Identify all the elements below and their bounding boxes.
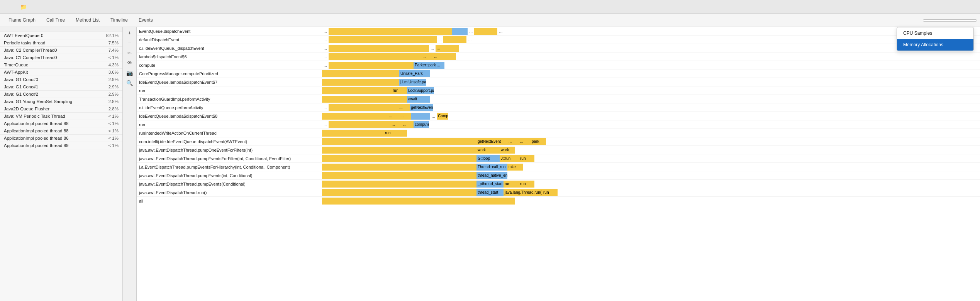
bar-segment-yellow[interactable]: getNextEvent [476,138,507,145]
bar-segment-blue[interactable] [452,28,468,35]
zoom-out-button[interactable]: − [125,39,134,47]
bar-segment-blue[interactable]: await [407,96,430,103]
bar-segment-yellow[interactable]: run [392,87,407,94]
bar-segment-yellow[interactable]: run [504,181,519,188]
bar-segment-yellow[interactable] [322,164,476,171]
bar-segment-yellow[interactable] [329,104,398,111]
flame-row[interactable]: IdeEventQueue.lambda$dispatchEvent$7j.i.… [137,78,980,86]
thread-row[interactable]: ApplicationImpl pooled thread 88< 1% [0,127,122,135]
bar-segment-yellow[interactable]: work [500,147,515,154]
bar-segment-yellow[interactable]: java.lang.Thread.run() [504,189,542,196]
flame-row[interactable]: c.i.IdeEventQueue._dispatchEvent........… [137,44,980,52]
thread-row[interactable]: Java: C1 CompilerThread0< 1% [0,54,122,61]
thread-row[interactable]: Java: VM Periodic Task Thread< 1% [0,113,122,120]
bar-segment-yellow[interactable]: ... [402,121,414,128]
bar-segment-yellow[interactable] [322,96,392,103]
thread-row[interactable]: Java: G1 Conc#02.9% [0,76,122,83]
flame-row[interactable]: CoreProgressManager.computePrioritizedUn… [137,69,980,78]
bar-segment-blue[interactable]: Parker::park ... [414,62,444,69]
bar-segment-yellow[interactable] [322,87,392,94]
thread-row[interactable]: Java: G1 Conc#22.9% [0,91,122,98]
bar-segment-yellow[interactable]: run [384,130,407,137]
bar-segment-yellow[interactable]: work [476,147,500,154]
ratio-button[interactable]: 1:1 [125,49,134,57]
bar-segment-yellow[interactable] [443,36,466,43]
tab-timeline[interactable]: Timeline [105,14,133,27]
bar-segment-blue[interactable] [411,113,430,120]
bar-segment-blue[interactable]: thread_native_entry [476,172,507,179]
bar-segment-yellow[interactable]: ... [388,113,399,120]
bar-segment-yellow[interactable] [322,113,388,120]
flame-row[interactable]: compute...Parker::park ... [137,61,980,69]
thread-row[interactable]: AWT-EventQueue-052.1% [0,32,122,39]
flame-row[interactable]: runrunLockSupport.park [137,86,980,95]
bar-segment-yellow[interactable] [322,130,384,137]
bar-segment-yellow[interactable]: ... [519,138,531,145]
bar-segment-blue[interactable]: Thread::call_run [476,164,507,171]
flame-row[interactable]: j.a.EventDispatchThread.pumpEventsForHie… [137,163,980,171]
bar-segment-yellow[interactable] [322,181,476,188]
flame-row[interactable]: c.i.IdeEventQueue.performActivity......g… [137,103,980,112]
thread-row[interactable]: Java: G1 Conc#12.9% [0,83,122,91]
thread-row[interactable]: Java: C2 CompilerThread07.4% [0,47,122,54]
bar-segment-blue[interactable]: compute [414,121,429,128]
flame-row[interactable]: runIntendedWriteActionOnCurrentThreadrun [137,129,980,137]
flame-row[interactable]: java.awt.EventDispatchThread.pumpEvents(… [137,180,980,188]
thread-row[interactable]: ApplicationImpl pooled thread 86< 1% [0,135,122,142]
bar-segment-yellow[interactable]: ... [421,53,433,60]
tab-flame-graph[interactable]: Flame Graph [3,14,41,27]
bar-segment-yellow[interactable] [329,36,437,43]
show-dropdown[interactable] [923,19,977,22]
flame-row[interactable]: all [137,197,980,205]
bar-segment-yellow[interactable]: run [519,155,534,162]
thread-row[interactable]: Java2D Queue Flusher2.8% [0,105,122,113]
bar-segment-yellow[interactable] [322,155,476,162]
flame-row[interactable]: defaultDispatchEvent......... [137,36,980,44]
bar-segment-yellow[interactable]: run [519,181,534,188]
bar-segment-blue[interactable]: getNextEvent [410,104,433,111]
thread-row[interactable]: AWT-AppKit3.6% [0,69,122,76]
bar-segment-yellow[interactable] [392,96,407,103]
zoom-in-button[interactable]: + [125,29,134,37]
bar-segment-yellow[interactable]: ... [433,53,456,60]
bar-segment-yellow[interactable] [474,28,497,35]
bar-segment-yellow[interactable] [322,79,399,86]
tab-call-tree[interactable]: Call Tree [41,14,70,27]
flame-row[interactable]: java.awt.EventDispatchThread.pumpOneEven… [137,146,980,154]
eye-button[interactable]: 👁 [125,59,134,67]
bar-segment-blue[interactable]: LockSupport.park [407,87,434,94]
bar-segment-yellow[interactable] [322,172,476,179]
camera-button[interactable]: 📷 [125,69,134,77]
bar-segment-yellow[interactable]: J::run [500,155,519,162]
file-tab[interactable]: 📁 [20,4,32,10]
flame-row[interactable]: EventQueue.dispatchEvent......... [137,27,980,36]
thread-row[interactable]: TimerQueue4.3% [0,61,122,69]
bar-segment-yellow[interactable] [329,121,390,128]
home-tab[interactable] [9,0,15,14]
flame-row[interactable]: java.awt.EventDispatchThread.pumpEventsF… [137,154,980,163]
bar-segment-yellow[interactable]: ... [398,104,410,111]
bar-segment-yellow[interactable] [322,70,399,77]
bar-segment-blue[interactable]: _pthread_start [476,181,504,188]
bar-segment-blue[interactable]: Unsafe_Park [399,70,430,77]
bar-segment-yellow[interactable]: Compile [437,113,448,120]
cpu-samples-option[interactable]: CPU Samples [897,27,973,39]
bar-segment-blue[interactable]: G::loop [476,155,500,162]
flame-row[interactable]: java.awt.EventDispatchThread.pumpEvents(… [137,171,980,180]
bar-segment-blue[interactable]: j.i.m.Unsafe.park [399,79,426,86]
bar-segment-yellow[interactable] [329,45,429,52]
thread-row[interactable]: Java: G1 Young RemSet Sampling2.8% [0,98,122,105]
bar-segment-yellow[interactable]: ... [399,113,411,120]
bar-segment-yellow[interactable]: ... [507,138,519,145]
bar-segment-yellow[interactable]: ... [390,121,402,128]
bar-segment-yellow[interactable] [329,53,421,60]
bar-segment-yellow[interactable]: ... [436,45,459,52]
tab-method-list[interactable]: Method List [70,14,105,27]
bar-segment-yellow[interactable] [322,138,476,145]
bar-segment-yellow[interactable]: take [507,164,523,171]
search-button[interactable]: 🔍 [125,79,134,87]
flame-row[interactable]: lambda$dispatchEvent$6......... [137,52,980,61]
bar-segment-yellow[interactable]: park [531,138,546,145]
flame-row[interactable]: run.........compute [137,120,980,129]
flame-row[interactable]: java.awt.EventDispatchThread.run()thread… [137,188,980,197]
